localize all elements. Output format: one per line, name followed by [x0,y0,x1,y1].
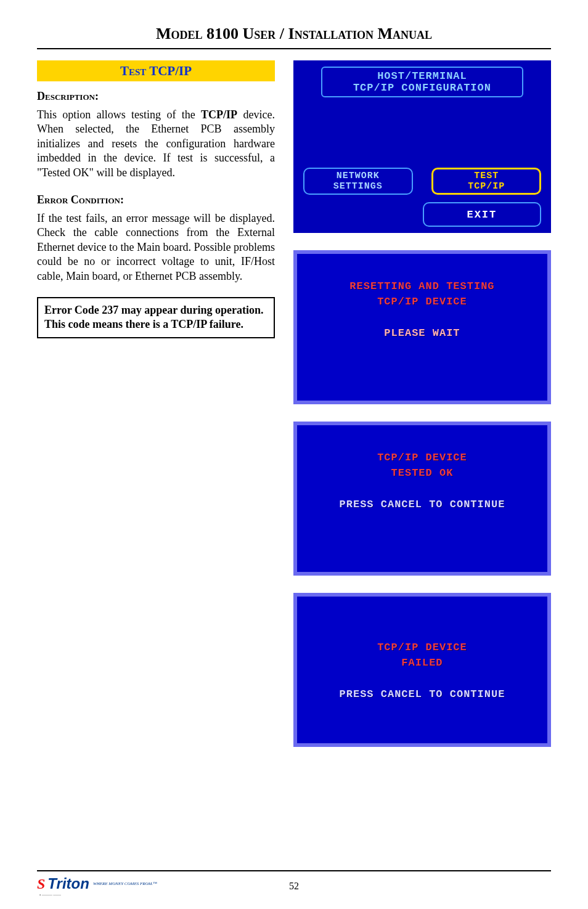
screen1-title-line2: TCP/IP CONFIGURATION [329,82,516,94]
header-rule [37,48,551,49]
exit-button[interactable]: EXIT [423,202,541,227]
screen4-line1: TCP/IP DEVICE [377,642,467,653]
screen3-line1: TCP/IP DEVICE [377,452,467,463]
screen1-title: HOST/TERMINAL TCP/IP CONFIGURATION [321,67,523,97]
test-tcpip-button[interactable]: TEST TCP/IP [431,168,541,195]
triton-logo: S Triton WHERE MONEY COMES FROM.™ ▪ ────… [37,875,157,897]
desc-text-prefix: This option allows testing of the [37,108,201,121]
footer-rule [37,870,551,871]
description-paragraph: This option allows testing of the TCP/IP… [37,108,275,180]
network-settings-label-1: NETWORK [337,171,380,181]
screen2-line2: TCP/IP DEVICE [377,296,467,308]
screen-tested-ok: TCP/IP DEVICE TESTED OK PRESS CANCEL TO … [293,422,551,576]
screen2-line3: PLEASE WAIT [384,327,460,339]
error-condition-label: Error Condition: [37,194,275,206]
section-title-strip: Test TCP/IP [37,60,275,81]
logo-tagline: WHERE MONEY COMES FROM.™ [93,881,157,886]
screen1-title-line1: HOST/TERMINAL [329,70,516,82]
screen-resetting-testing: RESETTING AND TESTING TCP/IP DEVICE PLEA… [293,250,551,404]
description-label: Description: [37,90,275,103]
note-box: Error Code 237 may appear during operati… [37,297,275,338]
screen-failed: TCP/IP DEVICE FAILED PRESS CANCEL TO CON… [293,593,551,747]
page-number: 52 [289,881,299,892]
network-settings-label-2: SETTINGS [333,181,383,192]
screen3-line3: PRESS CANCEL TO CONTINUE [340,499,505,510]
screen3-line2: TESTED OK [391,467,454,479]
desc-bold-tcpip: TCP/IP [201,108,237,121]
logo-sub-mark: ▪ ──── ─── [39,893,157,897]
screen-host-terminal-config: HOST/TERMINAL TCP/IP CONFIGURATION NETWO… [293,60,551,233]
logo-swoosh-icon: S [37,876,45,891]
screen4-line2: FAILED [401,657,443,669]
logo-text: Triton [47,875,89,892]
error-condition-paragraph: If the test fails, an error message will… [37,211,275,283]
page-header: Model 8100 User / Installation Manual [37,25,551,43]
screen2-line1: RESETTING AND TESTING [349,280,494,292]
test-tcpip-label-2: TCP/IP [468,181,505,192]
network-settings-button[interactable]: NETWORK SETTINGS [303,168,413,195]
screen4-line3: PRESS CANCEL TO CONTINUE [340,688,505,700]
test-tcpip-label-1: TEST [474,171,499,181]
